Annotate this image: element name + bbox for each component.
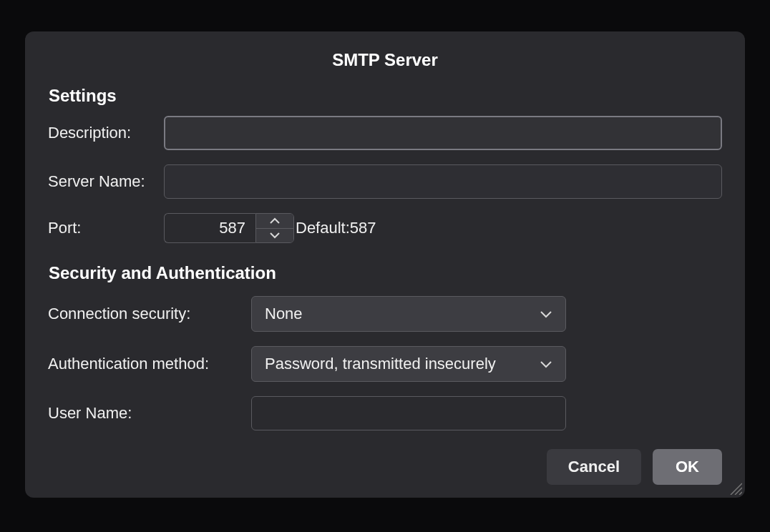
description-label: Description:: [48, 124, 164, 142]
resize-grip-icon: [728, 481, 742, 495]
port-step-up[interactable]: [256, 214, 293, 229]
chevron-up-icon: [269, 217, 281, 225]
port-row: Port: Default:587: [48, 213, 722, 243]
username-row: User Name:: [48, 396, 722, 430]
server-name-input[interactable]: [164, 164, 722, 199]
description-row: Description:: [48, 116, 722, 150]
port-default-label: Default:587: [296, 219, 376, 237]
ok-button[interactable]: OK: [653, 449, 722, 485]
svg-line-2: [739, 492, 742, 495]
dialog-buttons: Cancel OK: [25, 445, 745, 485]
dialog-title: SMTP Server: [25, 31, 745, 86]
server-name-row: Server Name:: [48, 164, 722, 199]
port-label: Port:: [48, 219, 164, 237]
connection-security-label: Connection security:: [48, 305, 251, 323]
connection-security-select[interactable]: None: [251, 296, 566, 332]
security-heading: Security and Authentication: [25, 263, 745, 283]
cancel-button[interactable]: Cancel: [547, 449, 641, 485]
settings-heading: Settings: [25, 86, 745, 106]
auth-method-label: Authentication method:: [48, 355, 251, 373]
chevron-down-icon: [540, 310, 552, 318]
description-input[interactable]: [164, 116, 722, 150]
username-label: User Name:: [48, 404, 251, 423]
resize-handle[interactable]: [728, 481, 742, 495]
settings-form: Description: Server Name: Port: Default:: [25, 116, 745, 243]
connection-security-value: None: [265, 305, 303, 323]
auth-method-value: Password, transmitted insecurely: [265, 355, 496, 373]
port-input[interactable]: [164, 213, 255, 243]
auth-method-select[interactable]: Password, transmitted insecurely: [251, 346, 566, 382]
smtp-server-dialog: SMTP Server Settings Description: Server…: [25, 31, 745, 498]
security-form: Connection security: None Authentication…: [25, 296, 745, 430]
port-stepper: [255, 213, 294, 243]
auth-method-row: Authentication method: Password, transmi…: [48, 346, 722, 382]
chevron-down-icon: [269, 232, 281, 239]
username-input[interactable]: [251, 396, 566, 430]
server-name-label: Server Name:: [48, 172, 164, 191]
chevron-down-icon: [540, 360, 552, 368]
port-input-group: Default:587: [164, 213, 376, 243]
port-step-down[interactable]: [256, 229, 293, 243]
connection-security-row: Connection security: None: [48, 296, 722, 332]
